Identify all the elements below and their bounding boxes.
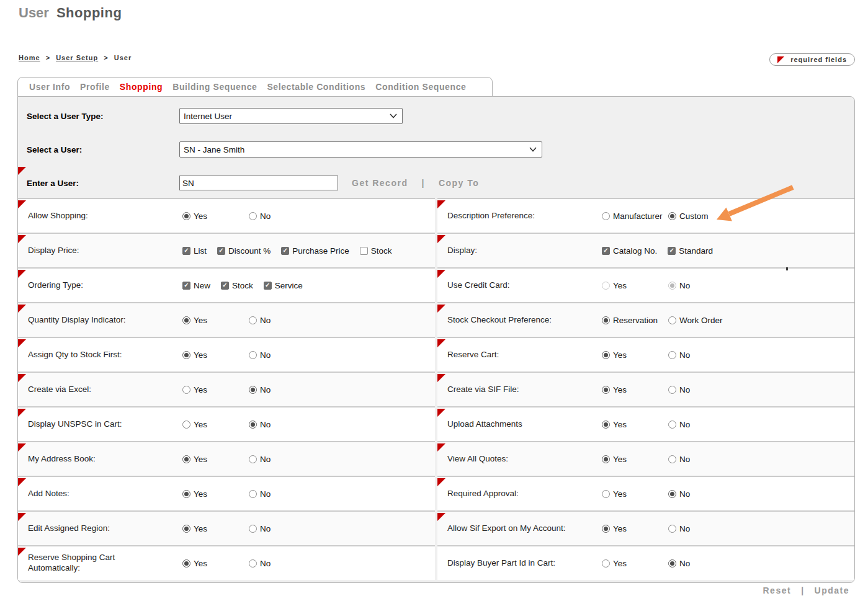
radio-icon[interactable] [668,559,676,568]
checkbox-icon[interactable]: ✓ [264,282,272,290]
checkbox-option-service[interactable]: ✓Service [264,281,303,290]
radio-option-yes[interactable]: Yes [182,559,249,568]
radio-icon[interactable] [668,386,676,394]
radio-option-yes[interactable]: Yes [602,559,668,568]
radio-option-yes[interactable]: Yes [182,211,249,221]
radio-icon[interactable] [182,455,190,463]
radio-option-no[interactable]: No [668,455,690,464]
tab-profile[interactable]: Profile [80,82,110,92]
radio-icon[interactable] [668,421,676,429]
radio-option-no[interactable]: No [249,211,271,221]
radio-option-no[interactable]: No [249,489,271,499]
radio-option-reservation[interactable]: Reservation [602,316,668,325]
radio-option-yes[interactable]: Yes [602,455,668,464]
checkbox-option-new[interactable]: ✓New [182,281,210,290]
radio-option-custom[interactable]: Custom [668,211,709,221]
radio-icon[interactable] [602,559,610,568]
checkbox-icon[interactable] [360,247,368,255]
radio-icon[interactable] [668,525,676,533]
radio-option-no[interactable]: No [668,524,690,533]
get-record-button[interactable]: Get Record [352,178,408,188]
radio-icon[interactable] [249,559,257,568]
radio-option-no[interactable]: No [249,316,271,325]
radio-icon[interactable] [668,316,676,324]
radio-option-no[interactable]: No [668,489,690,499]
checkbox-option-catalog-no[interactable]: ✓Catalog No. [602,246,657,256]
radio-option-no[interactable]: No [249,455,271,464]
radio-option-no[interactable]: No [249,524,271,533]
radio-icon[interactable] [182,490,190,498]
radio-icon[interactable] [668,351,676,359]
checkbox-option-discount[interactable]: ✓Discount % [217,246,271,256]
checkbox-icon[interactable]: ✓ [221,282,229,290]
radio-icon[interactable] [602,386,610,394]
reset-button[interactable]: Reset [763,585,791,595]
radio-icon[interactable] [602,316,610,324]
radio-icon[interactable] [249,421,257,429]
radio-icon[interactable] [182,559,190,568]
radio-icon[interactable] [668,455,676,463]
radio-icon[interactable] [249,490,257,498]
radio-icon[interactable] [668,490,676,498]
radio-icon[interactable] [249,212,257,220]
tab-building-sequence[interactable]: Building Sequence [172,82,257,92]
checkbox-option-standard[interactable]: ✓Standard [668,246,713,256]
radio-icon[interactable] [249,316,257,324]
radio-icon[interactable] [182,386,190,394]
user-entry-input[interactable] [179,176,338,190]
checkbox-option-list[interactable]: ✓List [182,246,207,256]
radio-option-yes[interactable]: Yes [602,489,668,499]
checkbox-icon[interactable]: ✓ [217,247,225,255]
radio-icon[interactable] [602,212,610,220]
radio-icon[interactable] [249,455,257,463]
radio-option-no[interactable]: No [249,420,271,429]
radio-icon[interactable] [249,351,257,359]
radio-option-no[interactable]: No [249,350,271,360]
radio-option-yes[interactable]: Yes [182,420,249,429]
radio-option-no[interactable]: No [668,420,690,429]
checkbox-icon[interactable]: ✓ [182,247,190,255]
breadcrumb-user-setup-link[interactable]: User Setup [56,54,98,61]
radio-option-yes[interactable]: Yes [602,524,668,533]
radio-option-yes[interactable]: Yes [602,420,668,429]
radio-option-no[interactable]: No [249,559,271,568]
radio-icon[interactable] [249,386,257,394]
radio-icon[interactable] [182,525,190,533]
checkbox-option-stock[interactable]: ✓Stock [221,281,253,290]
radio-icon[interactable] [249,525,257,533]
tab-condition-sequence[interactable]: Condition Sequence [375,82,466,92]
checkbox-icon[interactable]: ✓ [281,247,289,255]
radio-option-no[interactable]: No [668,350,690,360]
radio-icon[interactable] [602,455,610,463]
radio-option-yes[interactable]: Yes [182,524,249,533]
radio-option-no[interactable]: No [249,385,271,394]
checkbox-icon[interactable]: ✓ [182,282,190,290]
radio-option-yes[interactable]: Yes [182,489,249,499]
radio-icon[interactable] [602,525,610,533]
radio-icon[interactable] [602,490,610,498]
tab-selectable-conditions[interactable]: Selectable Conditions [267,82,365,92]
update-button[interactable]: Update [815,585,849,595]
radio-option-no[interactable]: No [668,385,690,394]
checkbox-option-stock[interactable]: Stock [360,246,392,256]
radio-icon[interactable] [182,316,190,324]
radio-icon[interactable] [182,421,190,429]
radio-option-work-order[interactable]: Work Order [668,316,723,325]
radio-icon[interactable] [182,212,190,220]
tab-user-info[interactable]: User Info [29,82,70,92]
radio-option-yes[interactable]: Yes [602,350,668,360]
radio-option-yes[interactable]: Yes [182,385,249,394]
radio-option-yes[interactable]: Yes [182,350,249,360]
user-type-select[interactable]: Internet User [179,108,403,124]
checkbox-option-purchase-price[interactable]: ✓Purchase Price [281,246,349,256]
radio-icon[interactable] [602,351,610,359]
radio-option-no[interactable]: No [668,559,690,568]
checkbox-icon[interactable]: ✓ [602,247,610,255]
breadcrumb-home-link[interactable]: Home [19,54,40,61]
tab-shopping[interactable]: Shopping [120,82,163,92]
copy-to-button[interactable]: Copy To [439,178,479,188]
radio-option-yes[interactable]: Yes [182,455,249,464]
radio-icon[interactable] [182,351,190,359]
checkbox-icon[interactable]: ✓ [668,247,676,255]
radio-option-manufacturer[interactable]: Manufacturer [602,211,668,221]
